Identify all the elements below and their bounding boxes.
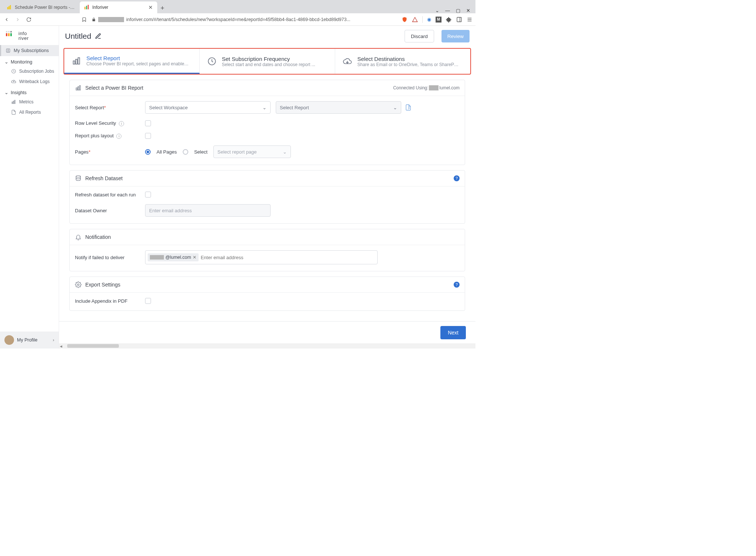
redacted-user	[429, 85, 439, 90]
browser-tab[interactable]: Schedule Power BI reports - Power BI	[2, 1, 80, 13]
appendix-label: Include Appendix in PDF	[75, 298, 145, 304]
redacted-domain	[98, 17, 124, 22]
dataset-owner-input[interactable]	[145, 204, 271, 217]
close-window-icon[interactable]: ✕	[466, 8, 470, 13]
sidebar-profile[interactable]: My Profile ›	[0, 332, 59, 349]
chevron-down-icon: ⌄	[262, 105, 267, 110]
step-destinations[interactable]: Select Destinations Share as Email or to…	[335, 49, 470, 74]
svg-point-30	[76, 176, 80, 178]
sidebar-group-insights[interactable]: ⌄ Insights	[0, 87, 59, 97]
select-placeholder: Select Report	[280, 105, 309, 110]
help-icon[interactable]: ?	[454, 282, 460, 288]
svg-rect-4	[86, 6, 87, 10]
close-tab-icon[interactable]: ✕	[148, 4, 153, 10]
rls-label: Row Level Security i	[75, 120, 145, 126]
new-tab-button[interactable]: +	[157, 3, 168, 13]
page-select[interactable]: Select report page ⌄	[213, 145, 291, 158]
card-header-label: Export Settings	[85, 282, 120, 288]
sidebar-item-writeback-logs[interactable]: Writeback Logs	[0, 76, 59, 87]
sidebar-item-metrics[interactable]: Metrics	[0, 97, 59, 107]
radio-all-pages[interactable]	[145, 149, 151, 155]
browser-tab-active[interactable]: Inforiver ✕	[80, 1, 157, 13]
sidebar-item-label: Metrics	[19, 99, 34, 104]
card-export-settings: Export Settings ? Include Appendix in PD…	[69, 277, 465, 311]
layout-checkbox[interactable]	[145, 133, 151, 139]
powerbi-favicon	[7, 5, 12, 10]
reading-list-icon[interactable]	[456, 17, 462, 23]
chevron-down-icon: ⌄	[283, 149, 287, 155]
next-button[interactable]: Next	[440, 326, 466, 339]
maximize-icon[interactable]: ▢	[456, 8, 460, 13]
forward-icon[interactable]	[14, 16, 21, 23]
step-subtitle: Select start and end dates and choose re…	[222, 62, 315, 67]
menu-icon[interactable]	[467, 17, 472, 23]
tab-label: Schedule Power BI reports - Power BI	[15, 5, 75, 10]
notify-email-text-input[interactable]	[201, 255, 375, 260]
edit-title-icon[interactable]	[95, 33, 102, 40]
clock-icon	[11, 69, 16, 74]
brave-shield-icon[interactable]	[402, 17, 408, 23]
refresh-each-run-label: Refresh dataset for each run	[75, 192, 145, 198]
radio-select-pages[interactable]	[183, 149, 188, 155]
horizontal-scrollbar[interactable]: ◂	[59, 343, 475, 349]
sidebar-group-monitoring[interactable]: ⌄ Monitoring	[0, 56, 59, 66]
inforiver-logo-icon	[6, 31, 16, 41]
sidebar-group-label: Monitoring	[11, 59, 32, 65]
sidebar-item-my-subscriptions[interactable]: My Subscriptions	[0, 45, 59, 56]
appendix-checkbox[interactable]	[145, 298, 151, 304]
step-frequency[interactable]: Set Subscription Frequency Select start …	[200, 49, 335, 74]
svg-rect-14	[6, 33, 7, 36]
report-icon	[75, 85, 82, 91]
connected-using-value: lumel.com	[439, 85, 460, 90]
svg-rect-3	[85, 7, 86, 9]
card-header-label: Select a Power BI Report	[85, 85, 143, 91]
remove-chip-icon[interactable]: ✕	[193, 255, 196, 260]
cloud-upload-icon	[11, 79, 16, 84]
reload-icon[interactable]	[25, 16, 32, 23]
page-header: Untitled Discard Review	[59, 26, 475, 47]
bookmark-icon[interactable]	[80, 16, 88, 23]
notify-fail-label: Notify if failed to deliver	[75, 255, 145, 260]
help-icon[interactable]: ?	[454, 175, 460, 181]
discard-button[interactable]: Discard	[405, 30, 434, 42]
svg-rect-6	[457, 17, 461, 22]
sidebar-item-label: All Reports	[19, 110, 41, 115]
browser-tab-strip: Schedule Power BI reports - Power BI Inf…	[0, 0, 475, 13]
svg-rect-29	[79, 86, 80, 90]
info-icon[interactable]: i	[116, 134, 121, 139]
card-notification: Notification Notify if failed to deliver…	[69, 229, 465, 271]
extensions-icon[interactable]	[446, 17, 452, 23]
report-select[interactable]: Select Report ⌄	[276, 101, 401, 114]
scrollbar-thumb[interactable]	[67, 344, 119, 348]
minimize-icon[interactable]: —	[445, 8, 450, 13]
step-subtitle: Choose Power BI report, select pages and…	[86, 61, 190, 66]
main-region: Untitled Discard Review Select Report Ch…	[59, 26, 475, 349]
refresh-checkbox[interactable]	[145, 192, 151, 198]
tab-label: Inforiver	[92, 5, 108, 10]
info-icon[interactable]: i	[119, 121, 124, 126]
sidebar-item-label: Subscription Jobs	[19, 69, 54, 74]
ext-globe-icon[interactable]: ◉	[427, 17, 431, 22]
sidebar-item-label: My Subscriptions	[14, 48, 49, 53]
clock-icon	[207, 56, 217, 66]
back-icon[interactable]	[3, 16, 10, 23]
chevron-down-icon: ⌄	[4, 90, 8, 95]
sidebar-item-subscription-jobs[interactable]: Subscription Jobs	[0, 66, 59, 76]
open-report-icon[interactable]	[405, 104, 412, 111]
chevron-right-icon: ›	[53, 337, 54, 343]
svg-rect-25	[78, 58, 79, 64]
dataset-owner-label: Dataset Owner	[75, 208, 145, 213]
review-button[interactable]: Review	[441, 30, 470, 42]
workspace-select[interactable]: Select Workspace ⌄	[145, 101, 271, 114]
chevron-down-icon[interactable]: ⌄	[435, 8, 439, 13]
sidebar-item-all-reports[interactable]: All Reports	[0, 107, 59, 117]
rls-checkbox[interactable]	[145, 120, 151, 126]
notify-emails-input[interactable]: @lumel.com ✕	[145, 250, 378, 264]
ext-triangle-icon[interactable]	[412, 17, 418, 23]
radio-label: Select	[194, 149, 207, 155]
url-bar[interactable]: inforiver.com/#/tenant/5/schedules/new?w…	[92, 17, 398, 22]
ext-m-icon[interactable]: M	[436, 17, 441, 23]
avatar	[4, 335, 14, 345]
step-select-report[interactable]: Select Report Choose Power BI report, se…	[64, 49, 200, 74]
chip-text: @lumel.com	[165, 255, 191, 260]
